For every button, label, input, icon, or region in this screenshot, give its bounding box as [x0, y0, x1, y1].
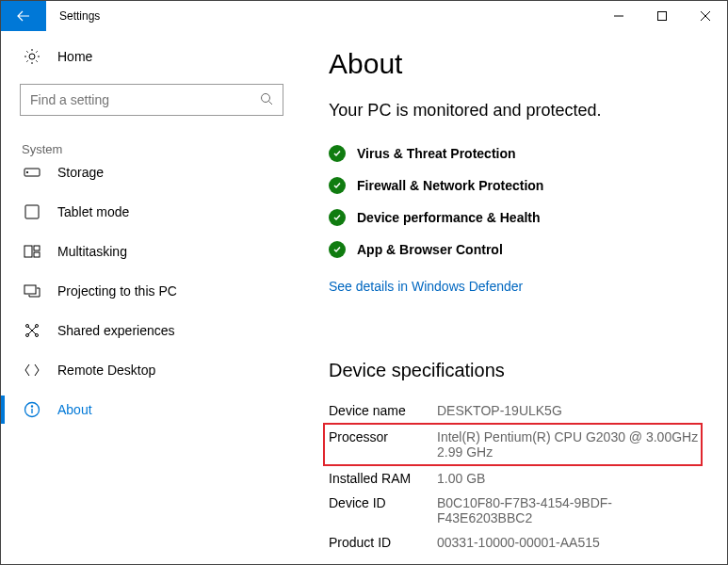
spec-row-processor: Processor Intel(R) Pentium(R) CPU G2030 … [323, 423, 703, 466]
back-button[interactable] [1, 1, 46, 31]
sidebar-item-multitasking[interactable]: Multitasking [20, 232, 283, 271]
tablet-icon [24, 203, 40, 220]
status-label: Firewall & Network Protection [357, 178, 543, 193]
device-spec-title: Device specifications [329, 360, 699, 381]
protection-status-list: Virus & Threat Protection Firewall & Net… [329, 137, 699, 266]
spec-label: Installed RAM [329, 471, 437, 486]
sidebar-item-shared[interactable]: Shared experiences [20, 311, 283, 350]
search-box[interactable] [20, 84, 283, 116]
sidebar-group-label: System [22, 142, 283, 156]
sidebar-item-label: Tablet mode [57, 204, 129, 219]
spec-value: DESKTOP-19ULK5G [437, 403, 699, 418]
status-label: Device performance & Health [357, 210, 541, 225]
sidebar-item-storage[interactable]: Storage [20, 158, 283, 192]
spec-label: Device ID [329, 495, 437, 525]
page-title: About [329, 48, 699, 80]
window-title: Settings [46, 1, 597, 31]
device-specs: Device name DESKTOP-19ULK5G Processor In… [329, 398, 699, 555]
svg-rect-14 [24, 285, 36, 294]
project-icon [24, 282, 40, 299]
svg-point-5 [262, 93, 270, 102]
svg-rect-9 [25, 205, 39, 218]
check-icon [329, 209, 346, 226]
svg-point-4 [29, 54, 35, 59]
status-item: Device performance & Health [329, 202, 699, 234]
spec-value: Intel(R) Pentium(R) CPU G2030 @ 3.00GHz … [437, 429, 701, 460]
svg-rect-13 [34, 252, 40, 257]
check-icon [329, 145, 346, 162]
sidebar-item-label: Projecting to this PC [57, 283, 177, 299]
spec-row-ram: Installed RAM 1.00 GB [329, 466, 699, 491]
check-icon [329, 241, 346, 258]
spec-value: 1.00 GB [437, 471, 699, 486]
svg-rect-12 [34, 246, 40, 250]
check-icon [329, 177, 346, 194]
search-icon [260, 92, 273, 108]
title-bar: Settings [1, 1, 727, 31]
spec-label: Device name [329, 403, 437, 418]
sidebar-item-projecting[interactable]: Projecting to this PC [20, 271, 283, 311]
gear-icon [24, 48, 40, 65]
home-label: Home [57, 49, 92, 64]
sidebar-item-remote[interactable]: Remote Desktop [20, 350, 283, 390]
close-button[interactable] [684, 1, 727, 31]
svg-point-23 [31, 406, 32, 407]
spec-label: Processor [329, 429, 437, 460]
status-item: Firewall & Network Protection [329, 170, 699, 202]
status-label: Virus & Threat Protection [357, 146, 516, 161]
spec-row-product-id: Product ID 00331-10000-00001-AA515 [329, 530, 699, 555]
spec-row-device-name: Device name DESKTOP-19ULK5G [329, 398, 699, 423]
nav-list: Storage Tablet mode Multitasking Project… [20, 158, 283, 429]
svg-rect-1 [658, 12, 667, 21]
sidebar-item-label: Remote Desktop [57, 363, 155, 378]
sidebar-item-tablet[interactable]: Tablet mode [20, 192, 283, 232]
home-button[interactable]: Home [20, 40, 283, 73]
svg-rect-11 [24, 246, 32, 257]
spec-value: B0C10F80-F7B3-4154-9BDF-F43E6203BBC2 [437, 495, 699, 525]
protection-subtitle: Your PC is monitored and protected. [329, 101, 699, 121]
sidebar: Home System Storage Tablet mode Multitas… [1, 31, 302, 564]
shared-icon [24, 322, 40, 339]
maximize-button[interactable] [640, 1, 684, 31]
status-label: App & Browser Control [357, 242, 503, 257]
minimize-button[interactable] [597, 1, 640, 31]
spec-row-device-id: Device ID B0C10F80-F7B3-4154-9BDF-F43E62… [329, 491, 699, 530]
storage-icon [24, 164, 40, 181]
main-content: About Your PC is monitored and protected… [302, 31, 727, 564]
defender-details-link[interactable]: See details in Windows Defender [329, 279, 523, 294]
svg-line-6 [269, 101, 273, 105]
remote-icon [24, 362, 40, 379]
search-input[interactable] [30, 92, 260, 107]
sidebar-item-label: Multitasking [57, 244, 127, 259]
sidebar-item-label: Storage [57, 165, 104, 180]
sidebar-item-label: About [57, 402, 92, 417]
multitask-icon [24, 243, 40, 260]
info-icon [24, 401, 40, 418]
spec-value: 00331-10000-00001-AA515 [437, 535, 699, 550]
spec-label: Product ID [329, 535, 437, 550]
status-item: App & Browser Control [329, 234, 699, 266]
sidebar-item-label: Shared experiences [57, 323, 175, 338]
window-controls [597, 1, 727, 31]
status-item: Virus & Threat Protection [329, 137, 699, 170]
sidebar-item-about[interactable]: About [20, 390, 283, 429]
svg-point-8 [26, 171, 27, 172]
